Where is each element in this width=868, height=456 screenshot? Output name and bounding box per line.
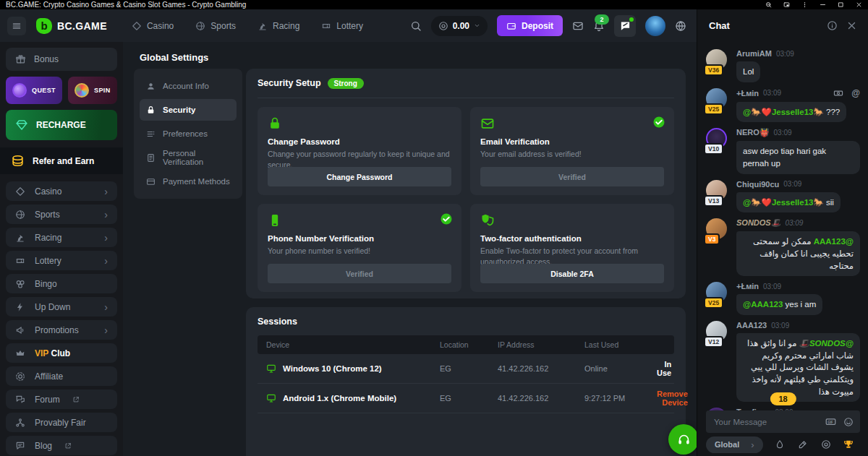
quest-target-icon xyxy=(12,83,27,98)
sidebar-item-bingo[interactable]: Bingo xyxy=(6,274,117,293)
chat-channel-selector[interactable]: Global › xyxy=(706,436,763,453)
session-status: In Use xyxy=(657,360,671,377)
credit-card-icon xyxy=(146,177,156,186)
sidebar-item-casino[interactable]: Casino › xyxy=(6,181,117,201)
change-password-button[interactable]: Change Password xyxy=(268,167,451,186)
menu-icon xyxy=(12,21,22,31)
language-globe-icon[interactable] xyxy=(675,20,686,32)
zoom-out-icon[interactable] xyxy=(765,1,772,8)
emoji-icon[interactable] xyxy=(843,417,854,427)
chat-username[interactable]: +Łмin 03:09 xyxy=(736,282,860,291)
user-avatar[interactable] xyxy=(645,16,665,36)
vip-level-badge: V36 xyxy=(704,64,723,76)
chat-bubble-icon xyxy=(620,20,631,31)
sidebar-toggle-button[interactable] xyxy=(7,17,26,35)
chat-toggle-button[interactable] xyxy=(614,15,636,37)
chevron-right-icon: › xyxy=(104,186,108,197)
sidebar-item-provably-fair[interactable]: Provably Fair xyxy=(6,413,117,432)
mention-at-icon[interactable]: @ xyxy=(851,88,860,98)
chat-username[interactable]: Chiqui90cu 03:09 xyxy=(736,180,860,189)
close-window-icon[interactable] xyxy=(856,1,862,8)
chat-info-icon[interactable] xyxy=(827,20,838,31)
notifications-button[interactable]: 2 xyxy=(593,20,605,33)
chat-message: V36 ArumiAM 03:09 Lol xyxy=(706,49,860,82)
chat-close-icon[interactable] xyxy=(846,20,857,31)
card-description: Your phone number is verified! xyxy=(268,246,451,257)
nav-sports[interactable]: Sports xyxy=(195,21,236,31)
settings-tab-account-info[interactable]: Account Info xyxy=(140,75,237,97)
chat-bubble: @SONDOS🎩 مو انا واثق هذا شاب اماراتي محت… xyxy=(736,333,860,402)
fairness-nodes-icon xyxy=(15,418,25,428)
spin-tile[interactable]: SPIN xyxy=(68,77,117,104)
session-row: Android 1.x (Chrome Mobile) EG 41.42.226… xyxy=(258,384,674,413)
phone-verified-button[interactable]: Verified xyxy=(268,264,451,283)
sessions-panel: Sessions Device Location IP Address Last… xyxy=(246,307,686,456)
search-icon[interactable] xyxy=(410,20,422,32)
browser-menu-icon[interactable] xyxy=(801,1,808,8)
settings-tab-security[interactable]: Security xyxy=(140,99,237,121)
chat-username[interactable]: ArumiAM 03:09 xyxy=(736,49,860,58)
chevron-down-icon xyxy=(474,22,480,29)
refer-and-earn[interactable]: Refer and Earn xyxy=(0,147,123,174)
ball-icon xyxy=(15,210,25,220)
sidebar-item-lottery[interactable]: Lottery › xyxy=(6,251,117,270)
sidebar-item-bonus[interactable]: Bonus xyxy=(6,48,117,71)
chat-title: Chat xyxy=(709,20,818,31)
coin-icon[interactable] xyxy=(821,439,831,449)
sidebar-item-vip-club[interactable]: VIP Club xyxy=(6,343,117,363)
dice-icon xyxy=(15,186,25,197)
deposit-button[interactable]: Deposit xyxy=(497,15,563,36)
page-title: Global Settings xyxy=(140,52,208,63)
security-setup-title: Security Setup xyxy=(258,78,321,88)
picture-in-picture-icon[interactable] xyxy=(783,1,790,8)
gif-icon[interactable] xyxy=(824,416,838,427)
email-verified-button[interactable]: Verified xyxy=(480,167,664,186)
remove-device-button[interactable]: Remove Device xyxy=(657,390,688,407)
balance-selector[interactable]: 0.00 xyxy=(431,16,488,36)
sidebar-item-promotions[interactable]: Promotions › xyxy=(6,320,117,340)
sidebar-item-updown[interactable]: Up Down › xyxy=(6,297,117,317)
disable-2fa-button[interactable]: Disable 2FA xyxy=(480,264,664,283)
sidebar-item-affiliate[interactable]: Affiliate xyxy=(6,366,117,386)
check-circle-icon xyxy=(652,116,665,129)
lightning-icon xyxy=(15,302,25,312)
bcgame-logo[interactable]: b BC.GAME xyxy=(36,18,107,34)
nav-casino[interactable]: Casino xyxy=(132,21,174,31)
sidebar-item-blog[interactable]: Blog xyxy=(6,436,117,455)
trophy-icon[interactable] xyxy=(843,439,854,449)
chat-bubble: @🐎❤️Jesselle13🐎 sii xyxy=(736,192,841,213)
maximize-icon[interactable] xyxy=(838,1,844,8)
last-used-cell: 9:27:12 PM xyxy=(584,394,657,403)
chat-timestamp: 03:09 xyxy=(763,89,781,97)
settings-tab-personal-verification[interactable]: Personal Verification xyxy=(140,147,237,168)
tip-money-icon[interactable] xyxy=(833,88,843,98)
minimize-icon[interactable] xyxy=(820,1,826,8)
sidebar-item-sports[interactable]: Sports › xyxy=(6,205,117,224)
live-support-button[interactable] xyxy=(668,424,697,455)
chat-username[interactable]: +Łмin 03:09 @ xyxy=(736,88,860,98)
nav-lottery[interactable]: Lottery xyxy=(321,21,363,31)
mail-icon[interactable] xyxy=(572,20,584,32)
settings-tab-payment-methods[interactable]: Payment Methods xyxy=(140,171,237,192)
unread-count-pill[interactable]: 18 xyxy=(770,392,796,405)
crown-icon xyxy=(15,348,25,358)
balance-value: 0.00 xyxy=(453,21,469,31)
chevron-right-icon: › xyxy=(751,439,754,450)
ticket-icon xyxy=(15,256,25,266)
nav-racing[interactable]: Racing xyxy=(258,21,299,31)
quest-tile[interactable]: QUEST xyxy=(6,77,62,104)
pencil-icon[interactable] xyxy=(798,439,808,449)
recharge-banner[interactable]: RECHARGE xyxy=(6,110,117,140)
chat-message: V3 SONDOS🎩 03:09 @AAA123 ممكن لو سمحتى ت… xyxy=(706,218,860,276)
chat-username[interactable]: AAA123 03:09 xyxy=(736,321,860,330)
chat-message-input[interactable] xyxy=(712,417,818,427)
device-cell: Windows 10 (Chrome 12) xyxy=(266,363,440,374)
lock-icon xyxy=(146,106,156,115)
chat-username[interactable]: NERO👹 03:09 xyxy=(736,128,860,137)
rain-drop-icon[interactable] xyxy=(775,439,785,449)
sidebar-item-racing[interactable]: Racing › xyxy=(6,228,117,247)
sidebar-item-forum[interactable]: Forum xyxy=(6,390,117,409)
chat-username[interactable]: SONDOS🎩 03:09 xyxy=(736,218,860,228)
ip-cell: 41.42.226.162 xyxy=(498,394,584,403)
settings-tab-preferences[interactable]: Preferences xyxy=(140,123,237,145)
